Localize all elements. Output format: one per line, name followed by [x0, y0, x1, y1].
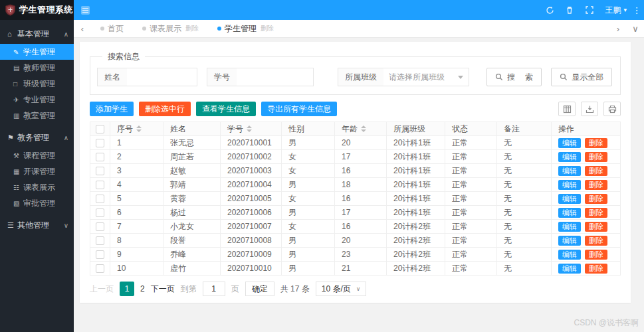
edit-button[interactable]: 编辑: [558, 138, 581, 148]
edit-button[interactable]: 编辑: [558, 236, 581, 246]
sidebar-group-basic[interactable]: ⌂ 基本管理 ∧: [0, 24, 74, 44]
student-id-field-label: 学号: [207, 68, 237, 86]
tab-label: 学生管理: [225, 23, 257, 35]
chevron-up-icon: ∧: [64, 31, 68, 38]
delete-button[interactable]: 删除: [585, 250, 607, 260]
export-all-button[interactable]: 导出所有学生信息: [261, 102, 337, 116]
flag-icon: ⚑: [7, 133, 17, 142]
row-checkbox[interactable]: [96, 153, 104, 161]
row-checkbox[interactable]: [96, 167, 104, 175]
tab-close[interactable]: 删除: [185, 24, 199, 33]
clear-cache-icon[interactable]: [560, 0, 580, 20]
delete-button[interactable]: 删除: [585, 222, 607, 232]
top-header: 王鹏 ▾ ⋮: [74, 0, 644, 20]
table-header-row: 序号 姓名 学号 性别 年龄 所属班级 状态 备注 操作: [90, 122, 621, 136]
row-checkbox[interactable]: [96, 236, 104, 245]
sort-icon[interactable]: [361, 125, 366, 132]
edit-button[interactable]: 编辑: [558, 250, 581, 260]
delete-button[interactable]: 删除: [585, 208, 607, 218]
tab-student-management[interactable]: 学生管理 删除: [208, 20, 283, 38]
class-select-placeholder: 请选择所属班级: [389, 72, 445, 83]
refresh-icon[interactable]: [540, 0, 560, 20]
delete-button[interactable]: 删除: [585, 236, 607, 246]
table-row: 9 乔峰 2020710009 男 23 20计科2班 正常 无 编辑删除: [90, 248, 621, 262]
row-checkbox[interactable]: [96, 264, 104, 273]
next-page-button[interactable]: 下一页: [151, 284, 175, 295]
prev-page-button[interactable]: 上一页: [90, 284, 114, 295]
delete-button[interactable]: 删除: [585, 166, 607, 176]
tab-dot: [217, 27, 221, 31]
edit-button[interactable]: 编辑: [558, 194, 581, 204]
goto-page-input[interactable]: [203, 282, 225, 296]
filter-columns-icon[interactable]: [558, 102, 576, 116]
row-checkbox[interactable]: [96, 139, 104, 147]
table-toolbar: 添加学生 删除选中行 查看学生信息 导出所有学生信息: [90, 102, 621, 116]
sidebar-item-approval[interactable]: ▧ 审批管理: [0, 195, 74, 211]
tool-icon: ⚒: [13, 152, 23, 159]
name-field-group: 姓名: [97, 68, 197, 86]
delete-selected-button[interactable]: 删除选中行: [139, 102, 191, 116]
export-icon[interactable]: [581, 102, 598, 116]
row-checkbox[interactable]: [96, 181, 104, 189]
student-id-input[interactable]: [237, 68, 313, 86]
page-size-select[interactable]: 10 条/页 ∨: [316, 282, 367, 296]
row-checkbox[interactable]: [96, 250, 104, 259]
col-name: 姓名: [170, 124, 186, 133]
plane-icon: ✈: [13, 96, 23, 104]
delete-button[interactable]: 删除: [585, 180, 607, 190]
sidebar-group-academic[interactable]: ⚑ 教务管理 ∧: [0, 127, 74, 147]
user-menu[interactable]: 王鹏 ▾: [599, 0, 632, 20]
sidebar-item-teachers[interactable]: ▤ 教师管理: [0, 60, 74, 76]
current-page[interactable]: 1: [120, 282, 134, 296]
tab-scroll-left-icon[interactable]: ‹: [74, 24, 91, 34]
tab-home[interactable]: 首页: [91, 20, 133, 38]
sidebar-item-course-offering[interactable]: ▦ 开课管理: [0, 163, 74, 179]
edit-button[interactable]: 编辑: [558, 208, 581, 218]
edit-button[interactable]: 编辑: [558, 222, 581, 232]
tab-scroll-right-icon[interactable]: ›: [609, 24, 627, 34]
delete-button[interactable]: 删除: [585, 264, 607, 274]
print-icon[interactable]: [603, 102, 621, 116]
collapse-menu-icon[interactable]: [74, 0, 96, 20]
add-student-button[interactable]: 添加学生: [90, 102, 134, 116]
main-content: 搜索信息 姓名 学号 所属班级 请选择所属班级: [74, 39, 644, 332]
show-all-button[interactable]: 显示全部: [551, 68, 612, 86]
sort-icon[interactable]: [247, 125, 252, 132]
building-icon: ▥: [13, 112, 23, 120]
class-select[interactable]: 请选择所属班级: [383, 68, 469, 86]
sidebar-item-label: 课表展示: [23, 182, 55, 193]
row-checkbox[interactable]: [96, 195, 104, 203]
row-checkbox[interactable]: [96, 222, 104, 231]
sidebar-item-students[interactable]: ✎ 学生管理: [0, 44, 74, 60]
edit-button[interactable]: 编辑: [558, 180, 581, 190]
page-2-button[interactable]: 2: [140, 284, 145, 293]
sidebar-group-other[interactable]: ☰ 其他管理 ∨: [0, 215, 74, 235]
more-icon[interactable]: ⋮: [632, 5, 644, 15]
tab-close[interactable]: 删除: [261, 24, 274, 33]
col-no: 序号: [117, 124, 133, 133]
edit-button[interactable]: 编辑: [558, 166, 581, 176]
edit-button[interactable]: 编辑: [558, 264, 581, 274]
tab-menu-icon[interactable]: ∨: [627, 24, 644, 34]
search-button[interactable]: 搜 索: [486, 68, 542, 86]
sort-icon[interactable]: [136, 125, 142, 132]
delete-button[interactable]: 删除: [585, 138, 607, 148]
delete-button[interactable]: 删除: [585, 194, 607, 204]
sidebar-item-timetable[interactable]: ☷ 课表展示: [0, 179, 74, 195]
select-all-checkbox[interactable]: [96, 125, 104, 133]
table-row: 1 张无忌 2020710001 男 20 20计科1班 正常 无 编辑删除: [90, 136, 621, 150]
sidebar-item-courses[interactable]: ⚒ 课程管理: [0, 147, 74, 163]
tab-timetable[interactable]: 课表展示 删除: [133, 20, 208, 38]
name-input[interactable]: [127, 68, 197, 86]
content-card: 搜索信息 姓名 学号 所属班级 请选择所属班级: [80, 42, 631, 303]
sidebar-item-majors[interactable]: ✈ 专业管理: [0, 92, 74, 108]
fullscreen-icon[interactable]: [580, 0, 599, 20]
total-count-label: 共 17 条: [280, 284, 310, 295]
goto-confirm-button[interactable]: 确定: [245, 282, 274, 296]
sidebar-item-classes[interactable]: □ 班级管理: [0, 76, 74, 92]
sidebar-item-rooms[interactable]: ▥ 教室管理: [0, 108, 74, 124]
edit-button[interactable]: 编辑: [558, 152, 581, 162]
view-student-button[interactable]: 查看学生信息: [196, 102, 256, 116]
delete-button[interactable]: 删除: [585, 152, 607, 162]
row-checkbox[interactable]: [96, 208, 104, 217]
